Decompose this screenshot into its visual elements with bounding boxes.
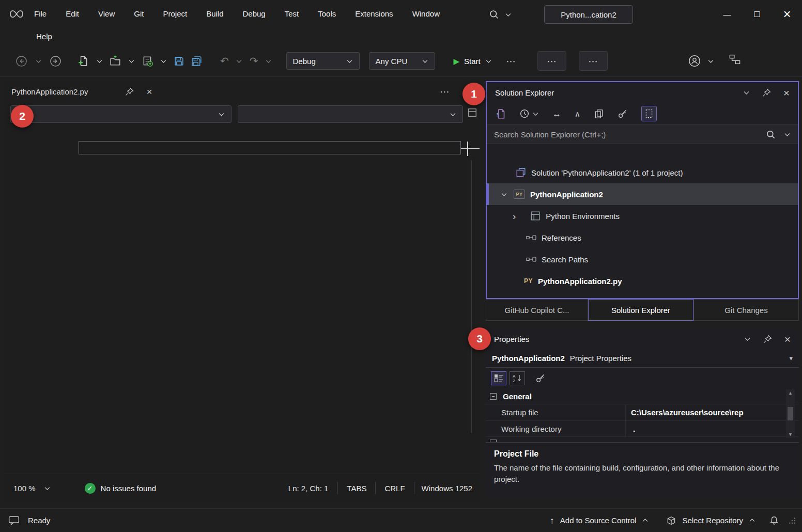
show-all-files-button[interactable] [641, 106, 657, 121]
sync-with-active-document-icon[interactable] [495, 108, 506, 119]
tree-expanded-chevron-icon[interactable] [501, 191, 507, 198]
document-outline-icon[interactable] [467, 107, 477, 118]
history-filter-button[interactable] [519, 108, 539, 119]
property-row-working-directory[interactable]: Working directory . [486, 420, 799, 437]
navigate-back-button[interactable] [14, 51, 28, 71]
issues-indicator[interactable]: ✓ No issues found [85, 483, 157, 494]
zoom-control[interactable]: 100 % [13, 484, 51, 493]
live-share-button[interactable] [688, 51, 714, 71]
new-file-button[interactable] [78, 51, 89, 71]
menu-tools[interactable]: Tools [318, 9, 336, 18]
indent-mode[interactable]: TABS [338, 484, 375, 493]
menu-extensions[interactable]: Extensions [355, 9, 393, 18]
switch-views-icon[interactable]: ↔ [552, 109, 561, 118]
menu-window[interactable]: Window [412, 9, 440, 18]
tree-item-python-file[interactable]: PY PythonApplication2.py [487, 270, 798, 292]
caret-position[interactable]: Ln: 2, Ch: 1 [279, 484, 338, 493]
grid-scrollbar[interactable]: ▲ ▼ [786, 389, 795, 438]
navigation-member-dropdown[interactable] [238, 105, 463, 123]
search-icon[interactable] [766, 130, 776, 139]
solution-configurations-dropdown[interactable]: Debug [286, 52, 360, 70]
scroll-down-icon[interactable]: ▼ [788, 432, 793, 437]
tab-solution-explorer[interactable]: Solution Explorer [588, 299, 693, 321]
encoding[interactable]: Windows 1252 [414, 484, 480, 493]
collapse-all-icon[interactable]: ∧ [575, 110, 580, 118]
minimize-button[interactable]: — [712, 0, 742, 28]
add-to-source-control-button[interactable]: ↑ Add to Source Control [550, 516, 649, 525]
alphabetical-view-button[interactable]: AZ [510, 371, 525, 385]
scroll-up-icon[interactable]: ▲ [788, 390, 793, 396]
maximize-button[interactable]: □ [742, 0, 772, 28]
menu-view[interactable]: View [98, 9, 115, 18]
undo-button[interactable]: ↶ [220, 51, 229, 71]
menu-edit[interactable]: Edit [66, 9, 79, 18]
tree-collapsed-chevron-icon[interactable]: › [513, 211, 516, 221]
properties-object-dropdown[interactable]: PythonApplication2 Project Properties ▾ [486, 349, 799, 368]
navigation-scope-dropdown[interactable] [10, 105, 232, 123]
feedback-button[interactable]: Ready [8, 515, 50, 526]
properties-wrench-icon[interactable] [618, 108, 628, 119]
tree-item-references[interactable]: References [487, 227, 798, 248]
navigate-forward-button[interactable] [49, 51, 62, 71]
preview-selected-items-icon[interactable] [594, 108, 604, 119]
redo-dropdown[interactable] [265, 51, 273, 71]
pin-panel-icon[interactable] [763, 335, 772, 343]
close-panel-icon[interactable]: × [783, 87, 790, 98]
menu-git[interactable]: Git [134, 9, 144, 18]
new-file-dropdown[interactable] [95, 51, 103, 71]
pin-tab-icon[interactable] [125, 87, 134, 96]
panel-options-chevron-icon[interactable] [744, 336, 751, 342]
tree-item-python-environments[interactable]: › Python Environments [487, 205, 798, 227]
property-value[interactable]: C:\Users\azureuser\source\rep [625, 404, 799, 420]
navigate-back-dropdown[interactable] [34, 51, 42, 71]
menu-test[interactable]: Test [285, 9, 299, 18]
tab-list-ellipsis-icon[interactable]: ⋯ [440, 87, 450, 97]
tree-item-project[interactable]: PY PythonApplication2 [487, 183, 798, 205]
resize-grip[interactable] [789, 517, 796, 524]
categorized-view-button[interactable] [491, 371, 506, 385]
tab-pythonapplication2[interactable]: PythonApplication2.py × [11, 87, 152, 97]
start-debugging-button[interactable]: ▶ Start [454, 57, 492, 66]
close-tab-icon[interactable]: × [146, 87, 152, 97]
scrollbar-splitter-handle[interactable] [461, 148, 480, 149]
property-row-startup-file[interactable]: Startup file C:\Users\azureuser\source\r… [486, 404, 799, 420]
undo-dropdown[interactable] [235, 51, 243, 71]
toolbar-overflow-button[interactable]: ⋯ [502, 51, 520, 71]
tree-item-search-paths[interactable]: Search Paths [487, 248, 798, 270]
property-pages-button[interactable] [535, 373, 546, 383]
editor-scrollbar[interactable] [471, 160, 472, 433]
open-file-button[interactable] [110, 51, 121, 71]
collapse-category-icon[interactable]: − [490, 393, 497, 400]
category-row-general[interactable]: − General [486, 388, 799, 404]
solution-search-input[interactable] [494, 130, 766, 139]
open-file-dropdown[interactable] [127, 51, 135, 71]
share-button[interactable] [729, 53, 741, 66]
tab-git-changes[interactable]: Git Changes [693, 299, 799, 321]
menu-project[interactable]: Project [163, 9, 187, 18]
scrollbar-thumb[interactable] [788, 407, 793, 420]
menu-file[interactable]: File [34, 9, 47, 18]
pin-panel-icon[interactable] [762, 88, 771, 97]
select-repository-button[interactable]: Select Repository [666, 515, 755, 526]
line-ending[interactable]: CRLF [376, 484, 413, 493]
tree-item-solution[interactable]: Solution 'PythonApplication2' (1 of 1 pr… [487, 162, 798, 183]
panel-options-chevron-icon[interactable] [743, 89, 750, 96]
save-all-button[interactable] [191, 51, 203, 71]
save-button[interactable] [174, 51, 184, 71]
property-value[interactable]: . [625, 421, 799, 436]
title-search-button[interactable] [489, 7, 512, 22]
add-new-item-button[interactable] [142, 51, 153, 71]
tab-github-copilot[interactable]: GitHub Copilot C... [486, 299, 588, 321]
menu-debug[interactable]: Debug [243, 9, 266, 18]
notifications-bell-button[interactable] [769, 515, 779, 526]
close-button[interactable]: × [772, 0, 802, 28]
menu-build[interactable]: Build [206, 9, 223, 18]
toolbar-group-overflow-1[interactable]: ⋯ [537, 51, 566, 71]
menu-help[interactable]: Help [36, 32, 52, 41]
redo-button[interactable]: ↷ [250, 51, 258, 71]
quick-search-box[interactable]: Python...cation2 [544, 5, 633, 24]
close-panel-icon[interactable]: × [784, 334, 791, 345]
add-new-item-dropdown[interactable] [159, 51, 167, 71]
solution-platforms-dropdown[interactable]: Any CPU [369, 52, 435, 70]
toolbar-group-overflow-2[interactable]: ⋯ [579, 51, 608, 71]
